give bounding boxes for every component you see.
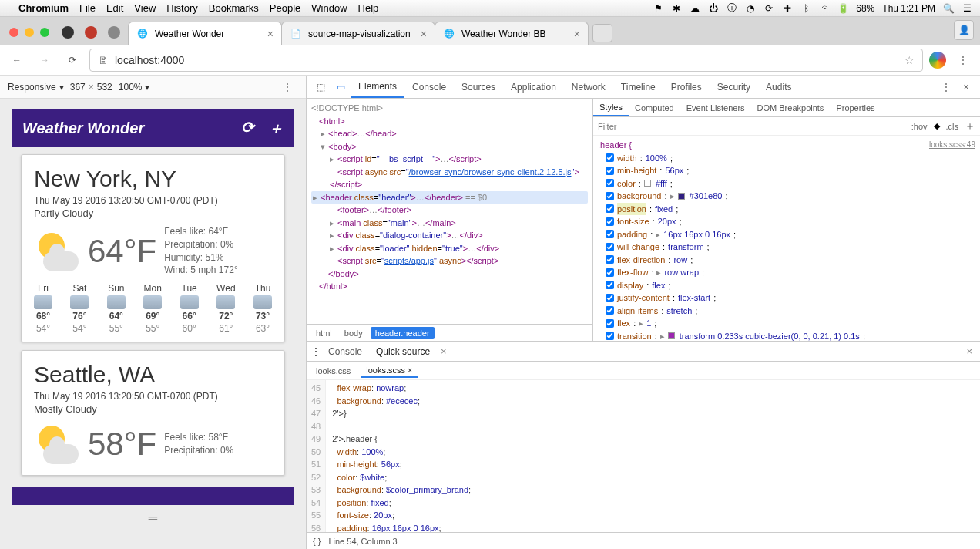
crumb[interactable]: header.header (371, 327, 435, 339)
inspect-element-icon[interactable]: ⬚ (311, 78, 330, 96)
forward-button[interactable]: → (34, 49, 55, 71)
drawer-tab-quicksource[interactable]: Quick source (370, 343, 436, 360)
file-tab[interactable]: looks.css (311, 365, 355, 377)
close-window-button[interactable] (9, 28, 18, 37)
subtab-dombp[interactable]: DOM Breakpoints (751, 100, 831, 116)
menuextra-icon[interactable]: ⟳ (764, 3, 774, 14)
device-mode-select[interactable]: Responsive▾ (8, 82, 64, 93)
dom-node[interactable]: ▸<div class="loader" hidden="true">…</di… (311, 242, 588, 255)
profile-button[interactable]: 👤 (954, 20, 974, 40)
clock[interactable]: Thu 1:21 PM (882, 3, 935, 14)
dom-node[interactable]: <footer>…</footer> (311, 204, 588, 217)
tab-console[interactable]: Console (405, 77, 453, 97)
zoom-select[interactable]: 100%▾ (119, 82, 150, 93)
css-declaration[interactable]: flex-flow:▸ row wrap; (598, 266, 975, 279)
source-link[interactable]: looks.scss:49 (929, 139, 975, 152)
subtab-computed[interactable]: Computed (629, 100, 680, 116)
menu-window[interactable]: Window (311, 2, 347, 14)
minimize-window-button[interactable] (25, 28, 34, 37)
property-toggle[interactable] (606, 230, 614, 238)
new-rule-icon[interactable]: ＋ (965, 120, 975, 133)
tab-elements[interactable]: Elements (351, 76, 404, 98)
dom-node[interactable]: ▸<script id="__bs_script__">…</script> (311, 153, 588, 166)
subtab-listeners[interactable]: Event Listeners (680, 100, 751, 116)
css-rules[interactable]: .header { looks.scss:49 width: 100%;min-… (593, 136, 980, 341)
braces-icon[interactable]: { } (313, 537, 321, 546)
close-drawer-icon[interactable]: × (963, 345, 975, 357)
property-toggle[interactable] (606, 255, 614, 264)
crumb[interactable]: body (340, 327, 368, 339)
source-editor[interactable]: 45464748495051525354555657585960 flex-wr… (307, 380, 980, 532)
spotlight-icon[interactable]: 🔍 (943, 3, 954, 14)
zoom-window-button[interactable] (40, 28, 49, 37)
css-declaration[interactable]: width: 100%; (598, 152, 975, 165)
pinned-tab-icon[interactable] (85, 26, 97, 39)
crumb[interactable]: html (311, 327, 337, 339)
bookmark-star-icon[interactable]: ☆ (904, 54, 915, 66)
css-declaration[interactable]: color: #fff; (598, 177, 975, 190)
filter-icon[interactable]: ◆ (934, 121, 940, 131)
css-declaration[interactable]: background:▸ #301e80; (598, 190, 975, 203)
property-toggle[interactable] (606, 332, 614, 340)
browser-tab[interactable]: 📄 source-map-visualization × (281, 22, 435, 45)
close-devtools-icon[interactable]: × (957, 78, 975, 96)
menuextra-icon[interactable]: ✚ (782, 3, 793, 14)
menuextra-icon[interactable]: ⚑ (653, 3, 663, 14)
close-tab-icon[interactable]: × (421, 28, 427, 40)
drawer-tab-console[interactable]: Console (322, 343, 368, 360)
dom-node[interactable]: <script async src="/browser-sync/browser… (311, 166, 588, 191)
dom-node[interactable]: <html> (311, 115, 588, 128)
css-declaration[interactable]: transition:▸ transform 0.233s cubic-bezi… (598, 330, 975, 342)
property-toggle[interactable] (606, 192, 614, 200)
css-declaration[interactable]: flex:▸ 1; (598, 317, 975, 330)
css-declaration[interactable]: position: fixed; (598, 203, 975, 216)
close-tab-icon[interactable]: × (438, 345, 450, 357)
menu-bookmarks[interactable]: Bookmarks (209, 2, 259, 14)
device-height-input[interactable]: 532 (97, 82, 112, 93)
chrome-menu-button[interactable]: ⋮ (952, 49, 974, 71)
battery-icon[interactable]: 🔋 (837, 3, 848, 14)
devtools-menu-icon[interactable]: ⋮ (937, 78, 955, 96)
property-toggle[interactable] (606, 167, 614, 175)
tab-network[interactable]: Network (565, 77, 612, 97)
bluetooth-icon[interactable]: ᛒ (800, 3, 811, 14)
menu-edit[interactable]: Edit (106, 2, 123, 14)
device-menu-button[interactable]: ⋮ (277, 76, 298, 98)
menu-file[interactable]: File (79, 2, 96, 14)
browser-tab[interactable]: 🌐 Weather Wonder × (128, 22, 282, 45)
css-declaration[interactable]: justify-content: flex-start; (598, 291, 975, 305)
css-declaration[interactable]: display: flex; (598, 279, 975, 292)
close-file-icon[interactable]: × (408, 365, 412, 375)
styles-filter-input[interactable] (598, 122, 905, 131)
subtab-styles[interactable]: Styles (593, 99, 629, 116)
property-toggle[interactable] (606, 281, 614, 289)
subtab-properties[interactable]: Properties (830, 100, 881, 116)
dom-node[interactable]: ▾<body> (311, 140, 588, 153)
property-toggle[interactable] (606, 268, 614, 277)
extension-icon[interactable] (929, 52, 946, 69)
menuextra-icon[interactable]: ⓘ (727, 3, 737, 14)
dom-node[interactable]: </body> (311, 268, 588, 281)
pinned-tab-icon[interactable] (62, 26, 74, 39)
css-declaration[interactable]: min-height: 56px; (598, 164, 975, 177)
tab-security[interactable]: Security (710, 77, 757, 97)
wifi-icon[interactable]: ⌔ (819, 3, 830, 14)
property-toggle[interactable] (606, 306, 614, 315)
device-toggle-icon[interactable]: ▭ (331, 78, 350, 96)
dom-tree[interactable]: <!DOCTYPE html> <html>▸<head>…</head>▾<b… (307, 99, 592, 324)
cls-toggle[interactable]: .cls (946, 122, 959, 131)
css-declaration[interactable]: align-items: stretch; (598, 305, 975, 318)
css-declaration[interactable]: padding:▸ 16px 16px 0 16px; (598, 228, 975, 241)
tab-audits[interactable]: Audits (759, 77, 798, 97)
tab-profiles[interactable]: Profiles (664, 77, 709, 97)
dom-node[interactable]: ▸<main class="main">…</main> (311, 217, 588, 230)
dom-node[interactable]: </html> (311, 280, 588, 293)
menuextra-icon[interactable]: ☁ (690, 3, 700, 14)
property-toggle[interactable] (606, 204, 614, 213)
menu-help[interactable]: Help (358, 2, 379, 14)
add-icon[interactable]: ＋ (268, 118, 284, 139)
css-declaration[interactable]: will-change: transform; (598, 241, 975, 254)
pinned-tab-icon[interactable] (108, 26, 120, 39)
reload-button[interactable]: ⟳ (62, 49, 83, 71)
property-toggle[interactable] (606, 153, 614, 162)
